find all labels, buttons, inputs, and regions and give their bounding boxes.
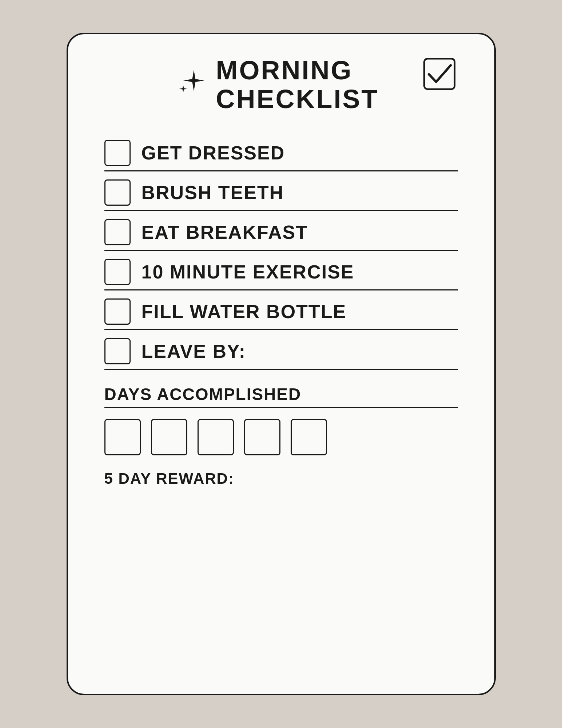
checklist-item-10-minute-exercise: 10 Minute Exercise	[104, 251, 458, 290]
item-label-fill-water-bottle: Fill WATER Bottle	[142, 301, 347, 323]
day-box-2[interactable]	[151, 419, 187, 455]
item-label-10-minute-exercise: 10 Minute Exercise	[142, 261, 354, 283]
day-box-5[interactable]	[291, 419, 327, 455]
day-boxes-row	[104, 419, 458, 455]
sparkle-icon	[176, 67, 205, 99]
day-box-1[interactable]	[104, 419, 141, 455]
item-label-get-dressed: Get Dressed	[142, 142, 285, 164]
checkbox-brush-teeth[interactable]	[104, 179, 131, 206]
checklist-item-leave-by: Leave By:	[104, 330, 458, 370]
checklist-item-fill-water-bottle: Fill WATER Bottle	[104, 290, 458, 330]
title-line2: Checklist	[216, 85, 379, 114]
title-line1: Morning	[216, 56, 353, 85]
checklist-item-brush-teeth: BRuSH Teeth	[104, 171, 458, 211]
checkbox-fill-water-bottle[interactable]	[104, 298, 131, 325]
checkbox-leave-by[interactable]	[104, 338, 131, 364]
checkbox-10-minute-exercise[interactable]	[104, 259, 131, 285]
item-label-leave-by: Leave By:	[142, 340, 246, 362]
checklist-item-eat-breakfast: Eat Breakfast	[104, 211, 458, 251]
checklist-item-get-dressed: Get Dressed	[104, 132, 458, 171]
checkbox-get-dressed[interactable]	[104, 140, 131, 166]
item-label-brush-teeth: BRuSH Teeth	[142, 182, 284, 203]
item-label-eat-breakfast: Eat Breakfast	[142, 221, 308, 243]
days-accomplished-section: Days Accomplished 5 Day Reward:	[104, 384, 458, 487]
reward-label: 5 Day Reward:	[104, 470, 458, 487]
day-box-4[interactable]	[244, 419, 280, 455]
day-box-3[interactable]	[198, 419, 234, 455]
days-accomplished-label: Days Accomplished	[104, 384, 458, 408]
checklist-card: Morning Checklist Get Dressed BRuSH Teet…	[67, 33, 496, 695]
checkbox-eat-breakfast[interactable]	[104, 219, 131, 245]
header: Morning Checklist	[104, 56, 458, 114]
title-text: Morning Checklist	[216, 56, 379, 114]
checklist-items: Get Dressed BRuSH Teeth Eat Breakfast 10…	[104, 132, 458, 370]
